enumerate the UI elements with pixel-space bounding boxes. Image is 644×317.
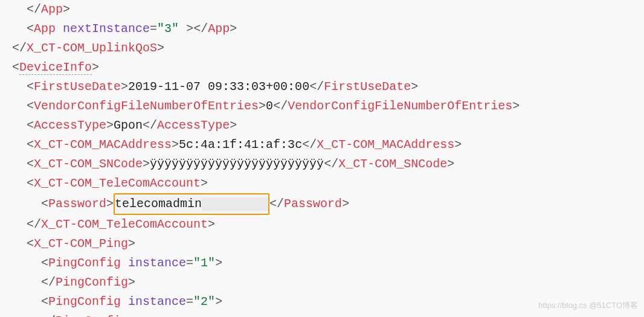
text-macaddress: 5c:4a:1f:41:af:3c bbox=[179, 138, 302, 152]
tag-pingconfig2-close: PingConfig bbox=[56, 314, 128, 317]
tag-pingconfig1-close: PingConfig bbox=[56, 275, 128, 289]
tag-accesstype: AccessType bbox=[34, 118, 106, 132]
tag-telecomaccount-close: X_CT-COM_TeleComAccount bbox=[41, 217, 208, 231]
close-uplinkqos: X_CT-COM_UplinkQoS bbox=[27, 41, 157, 55]
attr-instance2: instance bbox=[128, 295, 186, 309]
tag-password: Password bbox=[48, 197, 106, 211]
text-sncode: ÿÿÿÿÿÿÿÿÿÿÿÿÿÿÿÿÿÿÿÿÿÿÿÿ bbox=[150, 157, 324, 171]
val-instance2: "2" bbox=[193, 295, 215, 309]
tag-firstusedate: FirstUseDate bbox=[34, 80, 121, 94]
censored-region bbox=[202, 197, 268, 211]
val-nextinstance: "3" bbox=[157, 22, 179, 36]
tag-vendorcfg: VendorConfigFileNumberOfEntries bbox=[34, 99, 259, 113]
text-accesstype: Gpon bbox=[114, 118, 143, 132]
text-vendorcfg: 0 bbox=[266, 99, 273, 113]
tag-pingconfig2: PingConfig bbox=[48, 295, 121, 309]
tag-ping-open: X_CT-COM_Ping bbox=[34, 237, 128, 251]
val-instance1: "1" bbox=[193, 256, 215, 270]
code-block: </App> <App nextInstance="3" ></App> </X… bbox=[0, 0, 644, 317]
text-firstusedate: 2019-11-07 09:33:03+00:00 bbox=[128, 80, 309, 94]
tag-sncode: X_CT-COM_SNCode bbox=[34, 157, 143, 171]
open-deviceinfo: DeviceInfo bbox=[19, 60, 92, 75]
open-app-tag: App bbox=[34, 22, 56, 36]
attr-instance1: instance bbox=[128, 256, 186, 270]
tag-pingconfig1: PingConfig bbox=[48, 256, 121, 270]
close-app-tag: App bbox=[41, 2, 63, 16]
text-password: telecomadmin bbox=[115, 197, 202, 211]
password-highlight: telecomadmin bbox=[114, 193, 269, 215]
attr-nextinstance: nextInstance bbox=[63, 22, 150, 36]
tag-macaddress: X_CT-COM_MACAddress bbox=[34, 138, 172, 152]
tag-telecomaccount-open: X_CT-COM_TeleComAccount bbox=[34, 176, 201, 190]
